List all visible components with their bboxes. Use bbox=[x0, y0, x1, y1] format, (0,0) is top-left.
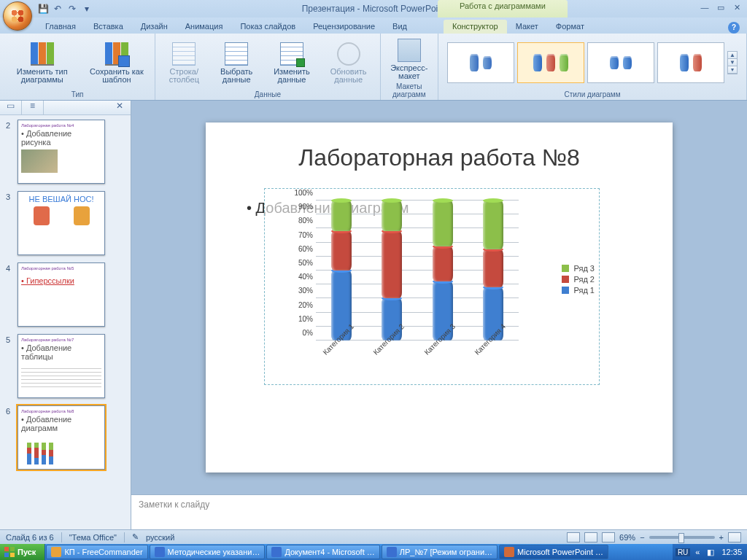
quick-layout-button[interactable]: Экспресс-макет bbox=[385, 36, 433, 82]
slide-panel: ▭ ≡ ✕ 2 Лабораторная работа №4• Добавлен… bbox=[0, 101, 131, 529]
tab-slideshow[interactable]: Показ слайдов bbox=[231, 20, 304, 34]
window-title: Презентация - Microsoft PowerPoint bbox=[302, 4, 446, 14]
taskbar: Пуск КП - FreeCommanderМетодические указ… bbox=[0, 544, 747, 560]
quick-access-toolbar: 💾 ↶ ↷ ▾ bbox=[36, 2, 93, 15]
tab-animation[interactable]: Анимация bbox=[177, 20, 232, 34]
undo-icon[interactable]: ↶ bbox=[51, 2, 64, 15]
change-chart-type-button[interactable]: Изменить тип диаграммы bbox=[4, 39, 80, 85]
grid-edit-icon bbox=[280, 42, 303, 66]
sorter-view-button[interactable] bbox=[584, 532, 597, 542]
minimize-button[interactable]: — bbox=[699, 3, 711, 12]
panel-close-icon[interactable]: ✕ bbox=[109, 101, 131, 114]
tab-view[interactable]: Вид bbox=[384, 20, 416, 34]
group-styles-label: Стили диаграмм bbox=[443, 90, 742, 100]
zoom-out-button[interactable]: − bbox=[640, 533, 644, 542]
office-button[interactable] bbox=[3, 1, 32, 31]
tab-review[interactable]: Рецензирование bbox=[304, 20, 384, 34]
chart-style-4[interactable] bbox=[657, 42, 724, 83]
fit-window-button[interactable] bbox=[728, 532, 741, 542]
normal-view-button[interactable] bbox=[567, 532, 580, 542]
start-button[interactable]: Пуск bbox=[0, 544, 45, 560]
thumb-number: 6 bbox=[6, 405, 13, 470]
taskbar-item[interactable]: КП - FreeCommander bbox=[46, 545, 147, 559]
outline-tab[interactable]: ≡ bbox=[22, 101, 44, 114]
close-button[interactable]: ✕ bbox=[731, 3, 743, 12]
edit-data-button[interactable]: Изменить данные bbox=[265, 39, 319, 85]
refresh-data-button: Обновить данные bbox=[322, 39, 376, 85]
save-as-template-button[interactable]: Сохранить как шаблон bbox=[82, 39, 150, 85]
status-slide: Слайд 6 из 6 bbox=[6, 533, 54, 542]
slide-thumbnail-2[interactable]: Лабораторная работа №4• Добавление рисун… bbox=[18, 120, 105, 184]
redo-icon[interactable]: ↷ bbox=[66, 2, 79, 15]
tab-chart-layout[interactable]: Макет bbox=[507, 20, 547, 34]
tab-chart-format[interactable]: Формат bbox=[547, 20, 593, 34]
save-icon[interactable]: 💾 bbox=[36, 2, 50, 15]
switch-row-column-button: Строка/столбец bbox=[160, 39, 208, 85]
slide-canvas[interactable]: Лабораторная работа №8 Добавление диагра… bbox=[206, 122, 673, 472]
group-data-label: Данные bbox=[160, 90, 375, 100]
tray-icon[interactable]: ◧ bbox=[705, 548, 716, 557]
thumbnail-list[interactable]: 2 Лабораторная работа №4• Добавление рис… bbox=[0, 115, 131, 529]
status-language[interactable]: русский bbox=[146, 533, 174, 542]
tab-home[interactable]: Главная bbox=[36, 20, 85, 34]
language-indicator[interactable]: RU bbox=[676, 548, 690, 556]
slides-tab[interactable]: ▭ bbox=[0, 101, 22, 114]
chart-legend: Ряд 3 Ряд 2 Ряд 1 bbox=[562, 262, 595, 297]
select-data-button[interactable]: Выбрать данные bbox=[211, 39, 262, 85]
taskbar-item[interactable]: Документ4 - Microsoft … bbox=[266, 545, 379, 559]
slide-thumbnail-3[interactable]: НЕ ВЕШАЙ НОС! bbox=[18, 191, 105, 255]
save-template-icon bbox=[105, 42, 128, 66]
tab-chart-design[interactable]: Конструктор bbox=[444, 20, 507, 34]
clock[interactable]: 12:35 bbox=[719, 548, 744, 556]
zoom-in-button[interactable]: + bbox=[719, 533, 724, 542]
taskbar-item[interactable]: ЛР_№7 [Режим ограни… bbox=[382, 545, 498, 559]
refresh-icon bbox=[337, 42, 360, 66]
notes-pane[interactable]: Заметки к слайду bbox=[131, 494, 747, 529]
contextual-tab-title: Работа с диаграммами bbox=[438, 0, 568, 18]
group-type: Изменить тип диаграммы Сохранить как шаб… bbox=[0, 34, 155, 100]
taskbar-item[interactable]: Microsoft PowerPoint … bbox=[499, 545, 608, 559]
chart-style-1[interactable] bbox=[447, 42, 514, 83]
group-styles: ▲▼▾ Стили диаграмм bbox=[438, 34, 747, 100]
bar-chart-icon bbox=[31, 42, 54, 66]
grid-icon bbox=[225, 42, 248, 66]
chart-style-3[interactable] bbox=[587, 42, 654, 83]
grid-icon bbox=[172, 42, 196, 66]
tab-insert[interactable]: Вставка bbox=[85, 20, 132, 34]
chart-style-2[interactable] bbox=[517, 42, 584, 83]
taskbar-item[interactable]: Методические указани… bbox=[150, 545, 266, 559]
slideshow-view-button[interactable] bbox=[602, 532, 615, 542]
thumb-number: 3 bbox=[6, 191, 13, 255]
styles-scroll[interactable]: ▲▼▾ bbox=[727, 51, 738, 74]
thumb-number: 4 bbox=[6, 262, 13, 327]
layout-icon bbox=[398, 39, 421, 62]
thumb-number: 5 bbox=[6, 334, 13, 398]
thumb-number: 2 bbox=[6, 120, 13, 184]
group-data: Строка/столбец Выбрать данные Изменить д… bbox=[155, 34, 380, 100]
title-bar: 💾 ↶ ↷ ▾ Презентация - Microsoft PowerPoi… bbox=[0, 0, 747, 18]
tray-expand-icon[interactable]: « bbox=[693, 548, 702, 556]
tab-design[interactable]: Дизайн bbox=[132, 20, 177, 34]
system-tray[interactable]: RU « ◧ 12:35 bbox=[673, 544, 747, 560]
qat-more-icon[interactable]: ▾ bbox=[80, 2, 93, 15]
slide-title[interactable]: Лабораторная работа №8 bbox=[235, 144, 643, 171]
status-theme: "Тема Office" bbox=[69, 533, 117, 542]
status-bar: Слайд 6 из 6 "Тема Office" ✎ русский 69%… bbox=[0, 529, 747, 544]
group-layouts-label: Макеты диаграмм bbox=[385, 82, 433, 100]
chart-object[interactable]: 0%10%20%30%40%50%60%70%80%90%100%Категор… bbox=[264, 188, 600, 385]
help-button[interactable]: ? bbox=[728, 22, 740, 34]
zoom-slider[interactable] bbox=[649, 536, 715, 539]
zoom-value[interactable]: 69% bbox=[619, 533, 635, 542]
group-type-label: Тип bbox=[4, 90, 150, 100]
ribbon: Изменить тип диаграммы Сохранить как шаб… bbox=[0, 34, 747, 101]
group-layouts: Экспресс-макет Макеты диаграмм bbox=[381, 34, 438, 100]
slide-thumbnail-4[interactable]: Лабораторная работа №5• Гиперссылки bbox=[18, 262, 105, 327]
slide-thumbnail-5[interactable]: Лабораторная работа №7• Добавление табли… bbox=[18, 334, 105, 398]
ribbon-tabs: Главная Вставка Дизайн Анимация Показ сл… bbox=[0, 18, 747, 34]
slide-thumbnail-6[interactable]: Лабораторная работа №8• Добавление диагр… bbox=[18, 405, 105, 470]
spellcheck-icon[interactable]: ✎ bbox=[132, 532, 139, 542]
restore-button[interactable]: ▭ bbox=[715, 3, 727, 12]
